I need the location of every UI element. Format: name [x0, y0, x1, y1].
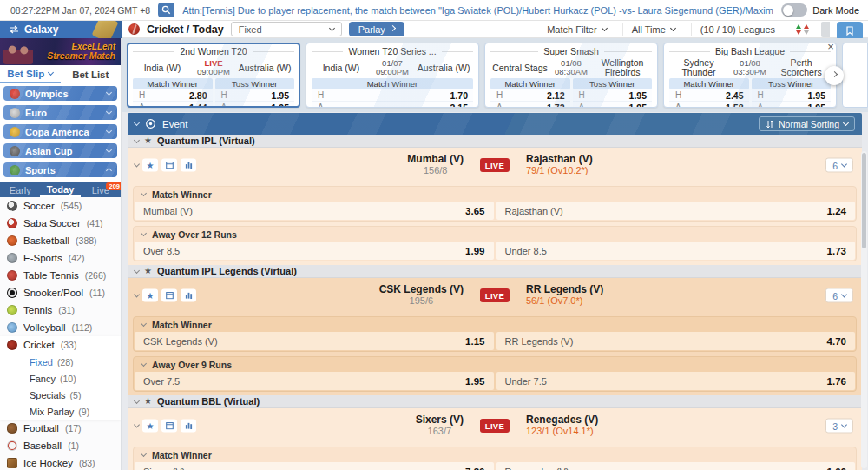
- tab-bet-slip[interactable]: Bet Slip: [0, 65, 61, 83]
- announcement-ticker[interactable]: Attn:[Tennis] Due to player replacement,…: [182, 5, 773, 16]
- tab-bet-list[interactable]: Bet List: [61, 65, 122, 83]
- scrollbar-thumb[interactable]: [862, 153, 866, 248]
- market-header[interactable]: Match Winner: [134, 317, 856, 332]
- odds-button[interactable]: A1.95: [752, 102, 832, 108]
- odds-button[interactable]: Mumbai (V)3.65: [135, 202, 494, 220]
- sorting-dropdown[interactable]: Normal Sorting: [759, 116, 855, 131]
- schedule-button[interactable]: [161, 420, 177, 433]
- search-button[interactable]: [158, 3, 174, 17]
- sidebar-item-icehockey[interactable]: Ice Hockey(83): [0, 454, 121, 470]
- match-row-controls: ★: [135, 420, 196, 433]
- league-header[interactable]: ★Quantum BBL (Virtual): [128, 395, 862, 408]
- bet-type-select[interactable]: Fixed: [231, 22, 342, 36]
- markets-count-dropdown[interactable]: 3: [825, 419, 853, 434]
- parlay-button[interactable]: Parlay: [349, 22, 404, 36]
- odds-button[interactable]: A1.58: [669, 102, 749, 108]
- sidebar-item-volleyball[interactable]: Volleyball(112): [0, 319, 121, 336]
- odds-button[interactable]: CSK Legends (V)1.15: [135, 332, 494, 350]
- odds-button[interactable]: Over 8.51.99: [135, 242, 494, 260]
- sidebar-item-tabletennis[interactable]: Table Tennis(266): [0, 267, 121, 284]
- market-header[interactable]: Match Winner: [134, 187, 856, 202]
- sidebar-accordion-copa[interactable]: Copa América: [3, 124, 117, 139]
- odds-button[interactable]: H1.95: [752, 89, 832, 102]
- sidebar-accordion-asian[interactable]: Asian Cup: [3, 143, 117, 158]
- sidebar-subitem-specials[interactable]: Specials(5): [0, 387, 121, 403]
- odds-button[interactable]: H2.45: [669, 89, 749, 102]
- odds-button[interactable]: H2.80: [133, 89, 213, 102]
- sidebar-accordion-olympics[interactable]: Olympics: [3, 86, 117, 101]
- league-header[interactable]: ★Quantum IPL Legends (Virtual): [128, 265, 862, 278]
- favorite-button[interactable]: ★: [142, 159, 158, 172]
- collapse-chevron-icon[interactable]: [134, 291, 140, 297]
- schedule-button[interactable]: [161, 289, 177, 302]
- odds-button[interactable]: Renegades (V)1.06: [496, 462, 856, 470]
- sidebar-item-football[interactable]: Football(17): [0, 420, 121, 437]
- sidebar-item-snooker[interactable]: Snooker/Pool(11): [0, 284, 121, 301]
- sidebar-subitem-fixed[interactable]: Fixed(28): [0, 354, 121, 370]
- odds-button[interactable]: H1.95: [573, 89, 653, 102]
- odds-button[interactable]: A1.44: [133, 102, 213, 108]
- odds-button[interactable]: RR Legends (V)4.70: [496, 332, 856, 350]
- sidebar-item-tennis[interactable]: Tennis(31): [0, 301, 121, 319]
- odds-button[interactable]: Under 7.51.76: [496, 372, 856, 390]
- sidebar-item-soccer[interactable]: Soccer(545): [0, 197, 121, 215]
- sidebar-item-esports[interactable]: E-Sports(42): [0, 249, 121, 267]
- close-strip-button[interactable]: ×: [825, 40, 837, 52]
- scroll-next-button[interactable]: [825, 66, 844, 85]
- statistics-button[interactable]: [181, 420, 196, 433]
- league-header[interactable]: ★Quantum IPL (Virtual): [128, 135, 862, 148]
- odds-button[interactable]: H1.95: [215, 89, 295, 102]
- odds-button[interactable]: Rajasthan (V)1.24: [496, 202, 856, 220]
- leagues-filter-button[interactable]: (10 / 10) Leagues: [691, 23, 784, 36]
- tab-today[interactable]: Today: [40, 182, 80, 197]
- statistics-button[interactable]: [181, 289, 196, 302]
- odds-button[interactable]: H2.12: [490, 89, 570, 102]
- odds-button[interactable]: A1.95: [215, 102, 295, 108]
- time-filter-dropdown[interactable]: All Time: [622, 23, 684, 36]
- markets-count-dropdown[interactable]: 6: [825, 288, 853, 303]
- odds-sort-icon[interactable]: [791, 24, 814, 35]
- favorite-star-icon[interactable]: ★: [144, 397, 152, 406]
- collapse-chevron-icon[interactable]: [134, 120, 140, 126]
- match-filter-dropdown[interactable]: Match Filter: [538, 23, 615, 36]
- sidebar-item-basketball[interactable]: Basketball(388): [0, 232, 121, 249]
- market-header[interactable]: Away Over 9 Runs: [134, 357, 856, 372]
- favorite-star-icon[interactable]: ★: [144, 136, 152, 145]
- schedule-button[interactable]: [161, 159, 177, 172]
- featured-match-card[interactable]: 2nd Women T20India (W)LIVE09:00PMAustral…: [127, 43, 300, 108]
- favorite-button[interactable]: ★: [142, 420, 158, 433]
- brand-logo[interactable]: Galaxy: [0, 21, 122, 38]
- featured-match-card[interactable]: Big Bash LeagueSydney Thunder01/0803:30P…: [663, 43, 837, 108]
- markets-count-dropdown[interactable]: 6: [825, 158, 853, 173]
- sidebar-subitem-mix-parlay[interactable]: Mix Parlay(9): [0, 403, 121, 420]
- featured-match-card[interactable]: Super SmashCentral Stags01/0808:30AMWell…: [484, 43, 658, 108]
- sidebar-item-cricket[interactable]: Cricket(33): [0, 336, 121, 354]
- sidebar-subitem-fancy[interactable]: Fancy(10): [0, 370, 121, 387]
- tab-early[interactable]: Early: [0, 182, 40, 197]
- sidebar-item-saba[interactable]: Saba Soccer(41): [0, 215, 121, 232]
- odds-button[interactable]: A1.95: [573, 102, 653, 108]
- tab-live[interactable]: Live209: [81, 182, 121, 197]
- dark-mode-toggle[interactable]: [781, 3, 807, 17]
- scrollbar[interactable]: [861, 151, 867, 468]
- collapse-chevron-icon[interactable]: [134, 161, 140, 167]
- sidebar-accordion-euro[interactable]: Euro: [3, 105, 117, 120]
- match-filter-label: Match Filter: [547, 24, 596, 35]
- odds-button[interactable]: H1.70: [312, 89, 473, 102]
- odds-button[interactable]: Sixers (V)7.30: [135, 462, 494, 470]
- market-header[interactable]: Away Over 12 Runs: [134, 227, 856, 242]
- odds-button[interactable]: Over 7.51.95: [135, 372, 494, 390]
- collapse-chevron-icon[interactable]: [134, 421, 140, 427]
- odds-button[interactable]: Under 8.51.73: [496, 242, 856, 260]
- sidebar-item-baseball[interactable]: Baseball(1): [0, 437, 121, 454]
- odds-button[interactable]: A1.72: [490, 102, 570, 108]
- odds-button[interactable]: A2.15: [312, 102, 473, 108]
- favorite-star-icon[interactable]: ★: [144, 267, 152, 275]
- market-header[interactable]: Match Winner: [134, 447, 856, 462]
- promo-banner[interactable]: ExceLLent Streamer Match: [0, 38, 121, 65]
- markets-count: 6: [832, 290, 838, 301]
- favorite-button[interactable]: ★: [142, 289, 158, 302]
- sidebar-accordion-sports[interactable]: Sports: [3, 162, 117, 177]
- featured-match-card[interactable]: Women T20 Series ...India (W)01/0709:00P…: [306, 43, 479, 108]
- statistics-button[interactable]: [181, 159, 196, 172]
